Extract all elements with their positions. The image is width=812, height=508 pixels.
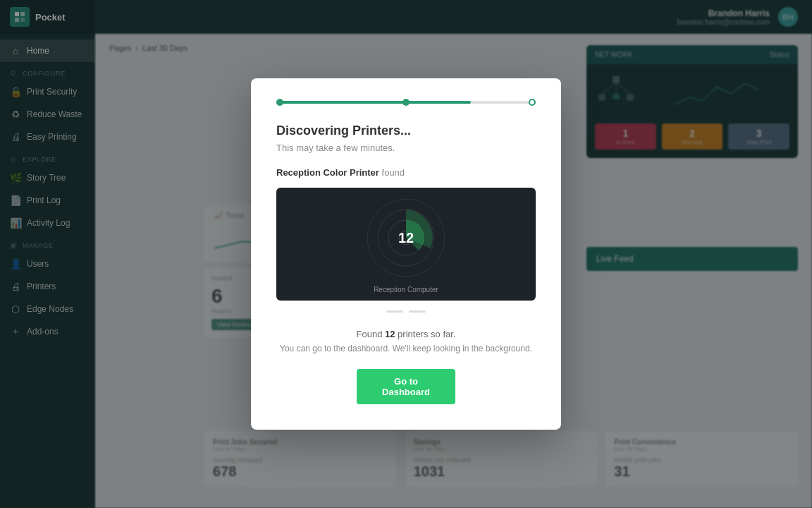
- progress-dot-3: [529, 99, 536, 106]
- found-text: Found 12 printers so far.: [276, 329, 536, 339]
- printer-found-line: Reception Color Printer found: [276, 167, 536, 178]
- printer-name: Reception Color Printer: [276, 167, 379, 178]
- modal-subtitle: This may take a few minutes.: [276, 143, 536, 153]
- modal-title: Discovering Printers...: [276, 123, 536, 138]
- found-count-suffix: printers so far.: [395, 329, 455, 339]
- progress-dot-2: [402, 99, 410, 106]
- progress-fill: [276, 101, 471, 104]
- svg-text:12: 12: [398, 230, 414, 246]
- radar-computer-label: Reception Computer: [374, 286, 438, 294]
- radar-container: 12 Reception Computer: [276, 188, 536, 301]
- radar-svg: 12: [364, 195, 448, 280]
- progress-track: [276, 101, 536, 104]
- modal-overlay: Discovering Printers... This may take a …: [0, 0, 812, 508]
- progress-dot-1: [276, 99, 283, 106]
- found-count: 12: [385, 329, 395, 339]
- go-to-dashboard-button[interactable]: Go to Dashboard: [357, 369, 455, 404]
- found-word-text: found: [382, 167, 405, 178]
- scroll-hint: [276, 305, 536, 318]
- found-count-prefix: Found: [357, 329, 385, 339]
- found-subtext: You can go to the dashboard. We'll keep …: [276, 344, 536, 353]
- modal: Discovering Printers... This may take a …: [251, 78, 561, 430]
